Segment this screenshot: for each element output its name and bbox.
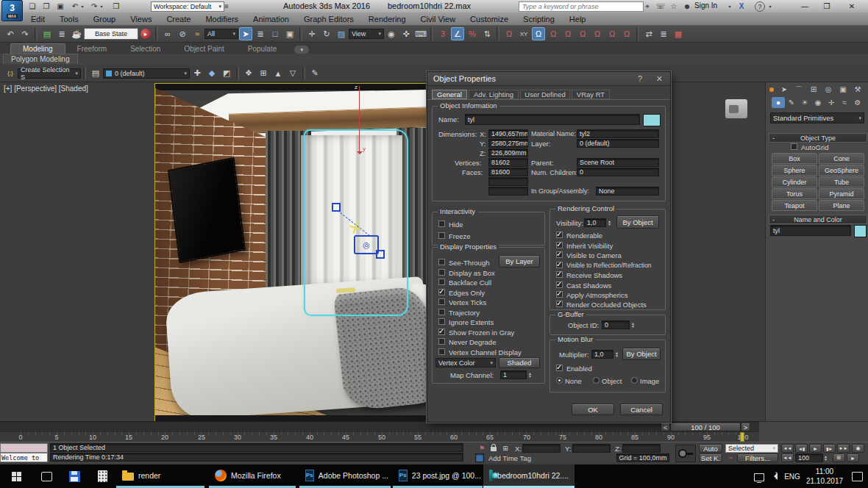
help-caret-icon[interactable]: ▾ <box>767 1 773 12</box>
maxscript-mini-listener-pink[interactable] <box>0 443 48 453</box>
geometry-category-icon[interactable]: ● <box>772 97 785 108</box>
visible-to-reflection-checkbox[interactable] <box>556 262 563 268</box>
show-frozen-checkbox[interactable] <box>438 329 445 335</box>
x-coord-field[interactable] <box>522 444 561 453</box>
set-keys-button[interactable] <box>675 445 696 462</box>
snaps-toggle-3d[interactable]: 3 <box>436 27 449 40</box>
scene-teapot-icon[interactable]: ☕ <box>70 27 83 40</box>
communication-icon[interactable]: ☏ <box>655 1 666 12</box>
map-channel-field[interactable]: 1 <box>500 370 527 379</box>
project-folder-icon[interactable]: ❒ <box>110 1 122 12</box>
receive-shadows-checkbox[interactable] <box>556 271 563 278</box>
menu-modifiers[interactable]: Modifiers <box>198 15 246 24</box>
geosphere-button[interactable]: GeoSphere <box>819 165 864 176</box>
see-through-checkbox[interactable] <box>438 259 445 265</box>
menu-edit[interactable]: Edit <box>24 15 52 24</box>
object-id-field[interactable]: 0 <box>602 320 630 329</box>
edit-poly-e-icon[interactable]: ✎ <box>308 67 321 80</box>
base-state-field[interactable]: Base State <box>84 28 138 40</box>
multiplier-field[interactable]: 1,0 <box>591 350 613 359</box>
spinner-snap-toggle[interactable]: ⇅ <box>480 27 494 40</box>
mini-curve-editor-button[interactable]: ► <box>847 453 859 462</box>
dialog-tab-user-defined[interactable]: User Defined <box>520 90 570 99</box>
menu-help[interactable]: Help <box>562 15 594 24</box>
viewcube[interactable] <box>725 99 747 118</box>
volume-tray-icon[interactable] <box>766 464 781 488</box>
name-field[interactable]: tyl <box>465 114 640 125</box>
undo-button[interactable]: ↶ <box>4 27 17 40</box>
sign-in-link[interactable]: Sign In <box>694 1 717 10</box>
ribbon-tab-freeform[interactable]: Freeform <box>65 44 119 54</box>
key-mode-toggle[interactable]: ◉ <box>852 444 864 453</box>
select-and-move-button[interactable]: ✛ <box>305 27 319 40</box>
shapes-category-icon[interactable]: ✎ <box>785 97 798 108</box>
dialog-tab-adv-lighting[interactable]: Adv. Lighting <box>469 90 519 99</box>
curve-icon[interactable]: ~ <box>725 453 736 462</box>
menu-scripting[interactable]: Scripting <box>516 15 562 24</box>
percent-snap-toggle[interactable]: % <box>466 27 479 40</box>
menu-rendering[interactable]: Rendering <box>361 15 413 24</box>
ignore-extents-checkbox[interactable] <box>438 318 445 325</box>
utilities-tab-icon[interactable]: ⚒ <box>851 84 864 95</box>
dialog-close-icon[interactable]: ✕ <box>656 74 663 84</box>
select-and-scale-button[interactable]: ▨ <box>335 27 348 40</box>
clock[interactable]: 11:0021.10.2017 <box>802 467 847 486</box>
open-file-icon[interactable]: ❐ <box>40 1 52 12</box>
ribbon-tab-selection[interactable]: Selection <box>118 44 172 54</box>
absolute-mode-icon[interactable]: ⊞ <box>500 444 511 453</box>
start-button[interactable] <box>0 464 32 488</box>
object-id-spinner[interactable] <box>631 320 638 329</box>
never-degrade-checkbox[interactable] <box>438 338 445 345</box>
time-slider-handle[interactable]: 100 / 100 <box>670 423 741 431</box>
menu-civil-view[interactable]: Civil View <box>413 15 463 24</box>
help-icon[interactable]: ? <box>755 1 765 12</box>
snap-option-3-icon[interactable]: Ω <box>576 27 589 40</box>
menu-customize[interactable]: Customize <box>463 15 516 24</box>
viewport-label[interactable]: [+] [Perspective] [Shaded] <box>4 85 88 93</box>
y-coord-field[interactable] <box>572 444 611 453</box>
frame-spinner[interactable] <box>824 453 830 462</box>
systems-category-icon[interactable]: ⚙ <box>851 97 864 108</box>
create-new-layer-button[interactable]: ✚ <box>191 67 204 80</box>
workspace-dropdown[interactable]: Workspace: Default <box>151 1 224 12</box>
taskbar-item-photoshop[interactable]: PsAdobe Photoshop ... <box>299 464 391 488</box>
modify-tab-icon[interactable]: ⌒ <box>792 84 805 95</box>
polygon-modeling-label[interactable]: Polygon Modeling <box>3 54 78 64</box>
object-color-swatch[interactable] <box>643 114 661 126</box>
map-channel-spinner[interactable] <box>528 370 535 379</box>
exchange-icon[interactable]: X <box>736 1 747 12</box>
rectangular-selection-region-button[interactable]: □ <box>268 27 282 40</box>
ribbon-tab-object-paint[interactable]: Object Paint <box>172 44 235 54</box>
ribbon-tab-modeling[interactable]: Modeling <box>10 43 65 54</box>
key-filters-selected-dropdown[interactable]: Selected <box>725 444 778 453</box>
taskbar-item-23post[interactable]: Ps23 post.jpg @ 100... <box>393 464 483 488</box>
vertex-channel-checkbox[interactable] <box>438 348 445 355</box>
ribbon-config-button[interactable]: ▾ <box>294 46 309 54</box>
state-list-icon[interactable]: ≣ <box>55 27 68 40</box>
visible-to-camera-checkbox[interactable] <box>556 251 563 258</box>
edit-poly-a-icon[interactable]: ❖ <box>242 67 255 80</box>
selection-filter-dropdown[interactable]: All <box>204 29 238 39</box>
taskbar-item-3dsmax[interactable]: bedroom10hdri 22.... <box>483 464 574 488</box>
taskbar-item-firefox[interactable]: Mozilla Firefox <box>209 464 296 488</box>
name-color-rollout-header[interactable]: -Name and Color <box>769 215 867 224</box>
edit-poly-c-icon[interactable]: ▲ <box>271 67 285 80</box>
visibility-by-object-button[interactable]: By Object <box>616 215 659 229</box>
calculator-button[interactable] <box>88 464 116 488</box>
snap-option-6-icon[interactable]: Ω <box>620 27 633 40</box>
select-object-button[interactable]: ➤ <box>239 27 252 40</box>
save-file-icon[interactable]: ▣ <box>54 1 66 12</box>
pyramid-button[interactable]: Pyramid <box>819 188 864 199</box>
track-bar[interactable]: 0 5 10 15 20 25 30 35 40 45 50 55 60 65 … <box>0 431 759 442</box>
layer-dropdown[interactable]: 0 (default) <box>103 68 190 79</box>
primitives-category-dropdown[interactable]: Standard Primitives <box>770 112 864 123</box>
edit-poly-b-icon[interactable]: ⊞ <box>257 67 270 80</box>
cameras-category-icon[interactable]: ◉ <box>811 97 825 108</box>
snap-option-1-icon[interactable]: Ω <box>547 27 560 40</box>
dialog-tab-general[interactable]: General <box>432 90 467 99</box>
create-selection-set-dropdown[interactable]: Create Selection S <box>18 68 81 79</box>
search-input[interactable]: Type a keyword or phrase <box>519 1 644 12</box>
vertex-ticks-checkbox[interactable] <box>438 298 445 305</box>
dialog-tab-vray-rt[interactable]: VRay RT <box>572 90 610 99</box>
isolate-pin-icon[interactable]: ⚑ <box>477 444 487 453</box>
